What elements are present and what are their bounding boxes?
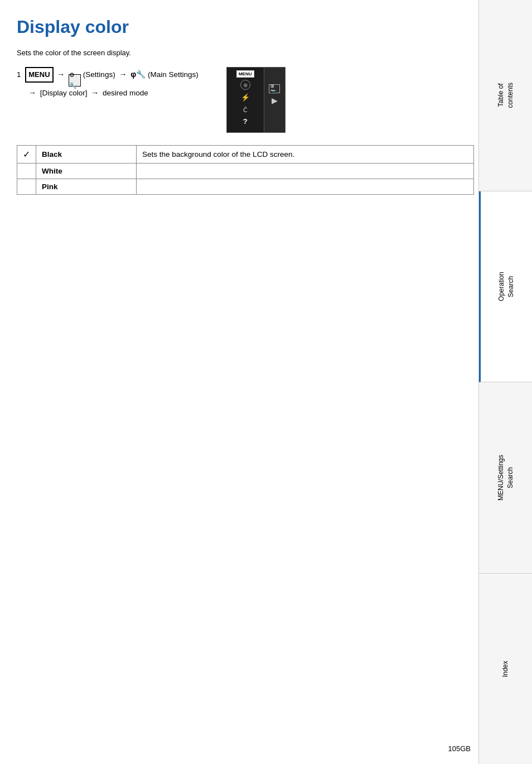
main-settings-icon: φ🔧 [130, 70, 146, 79]
right-sidebar: Table ofcontents OperationSearch MENU/Se… [478, 0, 532, 764]
camera-circle-button: ⊕ [240, 80, 250, 90]
sidebar-section-index[interactable]: Index [479, 574, 532, 765]
check-col-1 [17, 164, 36, 179]
table-row: ✓BlackSets the background color of the L… [17, 146, 474, 164]
sidebar-menu-label: MENU/SettingsSearch [496, 455, 515, 501]
camera-menu-button: MENU [236, 70, 254, 78]
sidebar-section-operation[interactable]: OperationSearch [479, 191, 532, 383]
table-row: Pink [17, 179, 474, 195]
check-col-2 [17, 179, 36, 195]
page-number: 105GB [448, 744, 471, 753]
camera-right-panel: ⊞📷 ▶ [264, 67, 286, 133]
sidebar-index-label: Index [501, 661, 510, 677]
option-name-0: Black [36, 146, 137, 164]
camera-diagram: MENU ⊕ ⚡ C̈ ? ⊞📷 ▶ [226, 67, 286, 133]
options-table: ✓BlackSets the background color of the L… [17, 145, 474, 195]
option-name-2: Pink [36, 179, 137, 195]
option-desc-1 [137, 164, 474, 179]
display-color-label: [Display color] [40, 89, 88, 97]
instruction-text: 1 MENU → ⚙🔧 (Settings) → φ🔧 (Main Settin… [17, 67, 199, 100]
camera-play-icon: ▶ [272, 96, 278, 105]
option-name-1: White [36, 164, 137, 179]
settings-label: (Settings) [83, 70, 118, 79]
description: Sets the color of the screen display. [17, 49, 471, 57]
settings-icon: ⚙🔧 [69, 74, 81, 87]
check-col-0: ✓ [17, 146, 36, 164]
option-desc-2 [137, 179, 474, 195]
step-number: 1 [17, 70, 21, 79]
desired-mode-label: desired mode [103, 89, 148, 97]
camera-question-icon: ? [243, 117, 248, 126]
menu-key: MENU [25, 67, 53, 83]
camera-flash-icon: ⚡ [241, 93, 250, 102]
camera-body: MENU ⊕ ⚡ C̈ ? [226, 67, 264, 133]
camera-mode-icon: C̈ [243, 105, 248, 114]
option-desc-0: Sets the background color of the LCD scr… [137, 146, 474, 164]
main-settings-label: (Main Settings) [148, 70, 199, 79]
table-row: White [17, 164, 474, 179]
checkmark-icon: ✓ [23, 150, 30, 159]
sidebar-operation-label: OperationSearch [497, 272, 516, 301]
sidebar-section-menu[interactable]: MENU/SettingsSearch [479, 382, 532, 574]
camera-settings-icon: ⊞📷 [269, 84, 280, 93]
sidebar-toc-label: Table ofcontents [496, 83, 515, 108]
sidebar-section-toc[interactable]: Table ofcontents [479, 0, 532, 191]
page-title: Display color [17, 17, 471, 37]
